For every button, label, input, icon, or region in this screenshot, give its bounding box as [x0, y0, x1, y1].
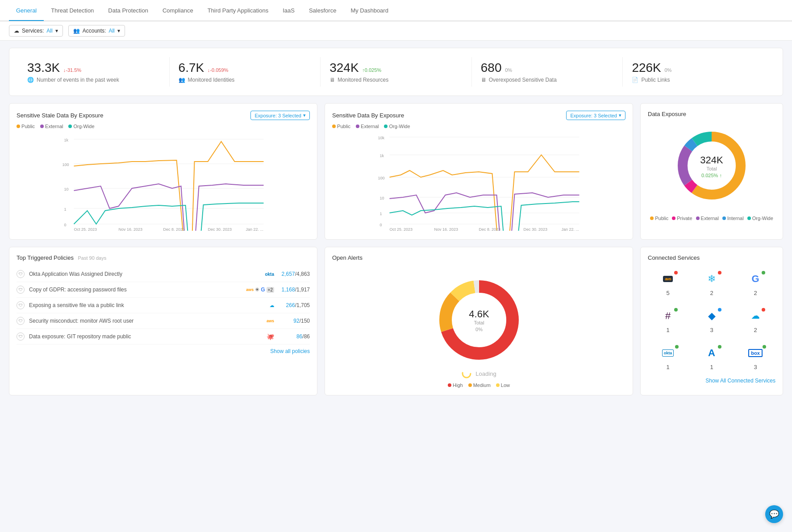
svg-text:0: 0: [64, 223, 67, 227]
sensitive-chart-legend: Public External Org-Wide: [332, 124, 625, 129]
nav-data-protection[interactable]: Data Protection: [101, 1, 155, 21]
resources-value: 324K: [329, 61, 358, 75]
services-filter[interactable]: ☁ Services: All ▾: [9, 25, 63, 37]
show-all-connected-services[interactable]: Show All Connected Services: [648, 378, 775, 384]
service-box: box 3: [735, 341, 775, 374]
svg-text:Nov 16, 2023: Nov 16, 2023: [119, 227, 143, 231]
links-change: 0%: [664, 67, 671, 73]
open-alerts-card: Open Alerts 4.6K Total 0%: [325, 247, 633, 395]
stat-events: 33.3K ↓-31.5% 🌐 Number of events in the …: [18, 57, 170, 87]
policy-shield-2: 🛡: [17, 286, 25, 294]
okta-logo: okta: [657, 344, 679, 362]
stats-card: 33.3K ↓-31.5% 🌐 Number of events in the …: [9, 48, 783, 96]
azure2-count: 1: [710, 364, 713, 370]
chevron-icon-2: ▾: [619, 112, 621, 118]
nav-iaas[interactable]: IaaS: [275, 1, 302, 21]
data-exposure-title: Data Exposure: [648, 111, 686, 117]
donut-container: 324K Total 0.025% ↑: [648, 121, 775, 210]
svg-text:0: 0: [380, 223, 382, 227]
stat-resources: 324K ↑0.025% 🖥 Monitored Resources: [321, 57, 472, 87]
box-icon: box: [748, 349, 763, 357]
service-okta: okta 1: [648, 341, 688, 374]
external-dot: [40, 125, 44, 128]
chevron-down-icon-2: ▾: [117, 28, 120, 34]
azure-count: 3: [710, 327, 713, 333]
plus-badge: +2: [267, 287, 274, 293]
svg-text:1k: 1k: [380, 154, 384, 158]
svg-text:10: 10: [380, 196, 384, 200]
nav-threat-detection[interactable]: Threat Detection: [44, 1, 101, 21]
policy-services-4: aws: [267, 319, 274, 323]
svg-text:Nov 16, 2023: Nov 16, 2023: [434, 227, 459, 231]
snowflake-status: [718, 271, 721, 274]
orgwide-legend: Org-Wide: [74, 124, 95, 129]
public-legend-2: Public: [337, 124, 350, 129]
policy-services-1: okta: [265, 272, 274, 277]
policy-item-4: 🛡 Security misconduct: monitor AWS root …: [17, 313, 310, 329]
policy-shield-4: 🛡: [17, 317, 25, 325]
salesforce-count: 2: [754, 327, 757, 333]
loading-spinner-icon: [461, 368, 472, 379]
stat-identities: 6.7K ↓-0.059% 👥 Monitored Identities: [170, 57, 321, 87]
svg-text:1: 1: [380, 212, 382, 216]
stale-exposure-button[interactable]: Exposure: 3 Selected ▾: [250, 111, 310, 120]
policy-item-1: 🛡 Okta Application Was Assigned Directly…: [17, 266, 310, 282]
sf-badge: ☁: [270, 303, 274, 308]
policy-total-2: 1,917: [296, 287, 310, 293]
internal-seg-dot: [722, 216, 726, 220]
policy-triggered-4: 92: [293, 318, 299, 324]
server-icon: 🖥: [329, 77, 335, 83]
google-icon: G: [751, 273, 759, 285]
policy-total-3: 1,705: [296, 302, 310, 308]
svg-text:1k: 1k: [64, 138, 69, 142]
show-all-policies[interactable]: Show all policies: [17, 348, 310, 354]
nav-third-party[interactable]: Third Party Applications: [200, 1, 276, 21]
external-legend-2: External: [361, 124, 379, 129]
slack-logo: #: [657, 307, 679, 325]
orgwide-seg-dot: [747, 216, 751, 220]
public-dot: [17, 125, 20, 128]
svg-text:Total: Total: [706, 166, 717, 171]
server-icon-2: 🖥: [481, 77, 486, 83]
top-navigation: General Threat Detection Data Protection…: [0, 0, 792, 21]
accounts-filter[interactable]: 👥 Accounts: All ▾: [68, 25, 125, 37]
file-icon: 📄: [632, 77, 638, 83]
service-slack: # 1: [648, 303, 688, 337]
cloud-icon: ☁: [14, 28, 19, 34]
external-legend: External: [45, 124, 63, 129]
nav-salesforce[interactable]: Salesforce: [302, 1, 343, 21]
chevron-down-icon: ▾: [55, 28, 58, 34]
nav-general[interactable]: General: [9, 1, 44, 21]
aws-badge: aws: [246, 287, 254, 292]
snowflake-count: 2: [710, 290, 713, 296]
alerts-title: Open Alerts: [332, 254, 625, 261]
public-seg-dot: [650, 216, 654, 220]
main-content: 33.3K ↓-31.5% 🌐 Number of events in the …: [0, 41, 792, 403]
nav-my-dashboard[interactable]: My Dashboard: [343, 1, 396, 21]
azure-status: [718, 308, 721, 312]
google-logo: G: [745, 270, 766, 288]
nav-compliance[interactable]: Compliance: [155, 1, 200, 21]
policy-total-4: 150: [301, 318, 310, 324]
policy-shield-3: 🛡: [17, 301, 25, 309]
service-azure: ◆ 3: [692, 303, 732, 337]
policy-name-2: Copy of GDPR: accessing password files: [29, 287, 242, 293]
filter-bar: ☁ Services: All ▾ 👥 Accounts: All ▾: [0, 21, 792, 41]
chevron-icon: ▾: [303, 112, 306, 118]
identities-label: Monitored Identities: [188, 77, 235, 83]
links-label: Public Links: [641, 77, 670, 83]
overexposed-label: Overexposed Sensitive Data: [489, 77, 557, 83]
policies-subtitle: Past 90 days: [78, 255, 107, 261]
high-dot: [448, 383, 451, 387]
box-logo: box: [745, 344, 766, 362]
snowflake-icon: ❄: [708, 273, 716, 285]
policies-title: Top Triggered Policies Past 90 days: [17, 254, 310, 261]
donut-legend: Public Private External Internal Org-Wid…: [648, 216, 775, 221]
orgwide-dot-2: [384, 125, 388, 128]
sensitive-svg: 10k 1k 100 10 1 0 Oct 25, 2023 Nov 1: [332, 133, 625, 231]
sensitive-exposure-button[interactable]: Exposure: 3 Selected ▾: [566, 111, 625, 120]
accounts-label: Accounts:: [83, 28, 106, 34]
svg-text:Dec 8, 2023: Dec 8, 2023: [163, 227, 185, 231]
sensitive-exposure-label: Exposure: 3 Selected: [570, 113, 617, 118]
services-grid: aws 5 ❄ 2 G: [648, 266, 775, 374]
